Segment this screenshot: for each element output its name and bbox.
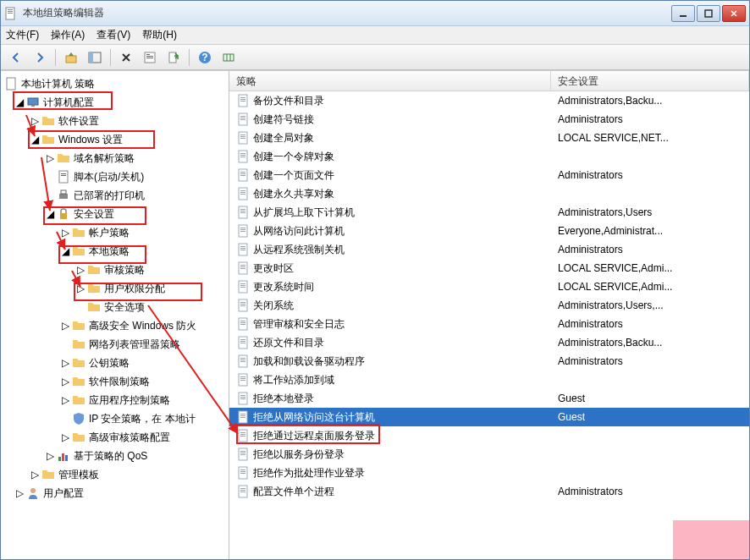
gpedit-window: 本地组策略编辑器 文件(F) 操作(A) 查看(V) 帮助(H) ? <box>0 0 750 560</box>
svg-rect-84 <box>240 341 245 342</box>
collapse-icon[interactable]: ◢ <box>60 246 70 256</box>
col-policy[interactable]: 策略 <box>229 71 551 91</box>
tree-label: 本地计算机 策略 <box>21 77 95 91</box>
tree-qos[interactable]: ▷ 基于策略的 QoS <box>1 447 229 465</box>
svg-rect-49 <box>240 175 245 176</box>
expand-icon[interactable]: ▷ <box>14 488 25 498</box>
expand-icon[interactable]: ▷ <box>60 228 70 238</box>
menu-view[interactable]: 查看(V) <box>97 28 130 42</box>
svg-rect-33 <box>240 101 245 102</box>
tree-computer-config[interactable]: ◢ 计算机配置 <box>1 93 229 112</box>
svg-rect-99 <box>240 414 245 415</box>
policy-row[interactable]: 将工作站添加到域 <box>229 371 749 389</box>
policy-row[interactable]: 还原文件和目录Administrators,Backu... <box>229 333 749 352</box>
tree-scripts[interactable]: 脚本(启动/关机) <box>1 167 229 186</box>
policy-row[interactable]: 从远程系统强制关机Administrators <box>229 240 749 259</box>
tree-admin-templates[interactable]: ▷ 管理模板 <box>1 465 229 484</box>
policy-row[interactable]: 加载和卸载设备驱动程序Administrators <box>229 352 749 371</box>
policy-row[interactable]: 拒绝本地登录Guest <box>229 389 749 408</box>
svg-rect-61 <box>240 231 245 232</box>
collapse-icon[interactable]: ◢ <box>14 97 25 107</box>
expand-icon[interactable]: ▷ <box>30 469 40 480</box>
expand-icon[interactable]: ▷ <box>45 153 55 163</box>
policy-setting: Administrators <box>551 486 749 497</box>
tree-windows-settings[interactable]: ◢ Windows 设置 <box>1 130 229 149</box>
forward-button[interactable] <box>30 47 50 68</box>
export-button[interactable] <box>163 47 184 68</box>
policy-row[interactable]: 更改时区LOCAL SERVICE,Admi... <box>229 259 749 277</box>
up-button[interactable] <box>61 47 81 68</box>
policy-row[interactable]: 创建全局对象LOCAL SERVICE,NET... <box>229 129 749 147</box>
svg-rect-39 <box>240 135 245 135</box>
policy-row[interactable]: 关闭系统Administrators,Users,... <box>229 296 749 315</box>
delete-button[interactable] <box>116 47 136 68</box>
svg-rect-71 <box>240 283 245 284</box>
expand-icon[interactable]: ▷ <box>75 283 85 294</box>
policy-setting: Administrators <box>551 169 749 181</box>
policy-row[interactable]: 创建一个页面文件Administrators <box>229 166 749 184</box>
tree-app-control[interactable]: ▷ 应用程序控制策略 <box>1 391 229 409</box>
policy-icon <box>236 485 250 498</box>
list-body[interactable]: 备份文件和目录Administrators,Backu...创建符号链接Admi… <box>229 91 749 559</box>
tree-public-key[interactable]: ▷ 公钥策略 <box>1 354 229 372</box>
expand-icon[interactable]: ▷ <box>30 116 40 126</box>
policy-row[interactable]: 创建永久共享对象 <box>229 184 749 203</box>
policy-icon <box>236 429 250 442</box>
collapse-icon[interactable]: ◢ <box>45 209 55 219</box>
expand-icon[interactable]: ▷ <box>45 451 55 461</box>
close-button[interactable] <box>722 5 746 22</box>
help-button[interactable]: ? <box>195 47 215 68</box>
tree-local-policies[interactable]: ◢ 本地策略 <box>1 242 229 261</box>
svg-rect-77 <box>240 305 245 306</box>
menu-action[interactable]: 操作(A) <box>51 28 85 42</box>
properties-button[interactable] <box>140 47 160 68</box>
minimize-button[interactable] <box>671 5 695 22</box>
tree-root[interactable]: 本地计算机 策略 <box>1 74 229 93</box>
policy-row[interactable]: 拒绝作为批处理作业登录 <box>229 464 749 482</box>
tree-security-options[interactable]: 安全选项 <box>1 298 229 316</box>
expand-icon[interactable]: ▷ <box>60 432 70 442</box>
collapse-icon[interactable]: ◢ <box>30 135 40 145</box>
policy-setting: Administrators <box>551 113 749 125</box>
titlebar[interactable]: 本地组策略编辑器 <box>1 1 749 26</box>
expand-icon[interactable]: ▷ <box>60 358 70 368</box>
col-setting[interactable]: 安全设置 <box>551 71 749 91</box>
tree-audit-policy[interactable]: ▷ 审核策略 <box>1 261 229 279</box>
filter-button[interactable] <box>218 47 239 68</box>
tree-software-restrict[interactable]: ▷ 软件限制策略 <box>1 372 229 391</box>
policy-row[interactable]: 从网络访问此计算机Everyone,Administrat... <box>229 222 749 240</box>
menu-help[interactable]: 帮助(H) <box>142 28 177 42</box>
tree-user-rights[interactable]: ▷ 用户权限分配 <box>1 279 229 298</box>
maximize-button[interactable] <box>697 5 720 22</box>
tree-network-list[interactable]: 网络列表管理器策略 <box>1 335 229 354</box>
tree-dns-policy[interactable]: ▷ 域名解析策略 <box>1 149 229 167</box>
expand-icon[interactable]: ▷ <box>60 376 70 387</box>
policy-row[interactable]: 创建一个令牌对象 <box>229 147 749 166</box>
tree-pane[interactable]: 本地计算机 策略 ◢ 计算机配置 ▷ 软件设置 ◢ Windows 设置 ▷ 域… <box>1 71 229 559</box>
policy-row[interactable]: 更改系统时间LOCAL SERVICE,Admi... <box>229 277 749 296</box>
policy-row[interactable]: 拒绝通过远程桌面服务登录 <box>229 426 749 445</box>
tree-user-config[interactable]: ▷ 用户配置 <box>1 484 229 502</box>
policy-row[interactable]: 管理审核和安全日志Administrators <box>229 315 749 333</box>
svg-rect-73 <box>240 287 245 288</box>
tree-account-policies[interactable]: ▷ 帐户策略 <box>1 223 229 242</box>
policy-row[interactable]: 拒绝从网络访问这台计算机Guest <box>229 408 749 426</box>
tree-firewall[interactable]: ▷ 高级安全 Windows 防火 <box>1 316 229 335</box>
policy-row[interactable]: 备份文件和目录Administrators,Backu... <box>229 91 749 110</box>
tree-security-settings[interactable]: ◢ 安全设置 <box>1 205 229 223</box>
back-button[interactable] <box>6 47 26 68</box>
expand-icon[interactable]: ▷ <box>60 321 70 331</box>
policy-row[interactable]: 从扩展坞上取下计算机Administrators,Users <box>229 203 749 222</box>
policy-row[interactable]: 配置文件单个进程Administrators <box>229 482 749 501</box>
policy-row[interactable]: 拒绝以服务身份登录 <box>229 445 749 464</box>
tree-advanced-audit[interactable]: ▷ 高级审核策略配置 <box>1 428 229 447</box>
expand-icon[interactable]: ▷ <box>60 395 70 405</box>
show-hide-tree-button[interactable] <box>85 47 105 68</box>
menu-file[interactable]: 文件(F) <box>6 28 39 42</box>
tree-printers[interactable]: 已部署的打印机 <box>1 186 229 205</box>
tree-software-settings[interactable]: ▷ 软件设置 <box>1 112 229 130</box>
tree-ip-security[interactable]: IP 安全策略，在 本地计 <box>1 409 229 428</box>
tree-label: 软件设置 <box>58 114 99 129</box>
expand-icon[interactable]: ▷ <box>75 265 85 275</box>
policy-row[interactable]: 创建符号链接Administrators <box>229 110 749 129</box>
